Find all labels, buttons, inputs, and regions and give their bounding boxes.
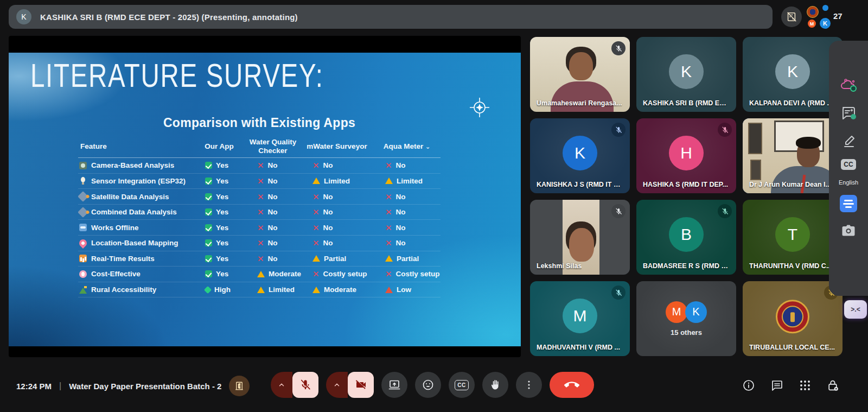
participant-name: Dr J Arun Kumar Dean I...: [749, 181, 831, 188]
org-seal-avatar: [807, 6, 819, 18]
avatar: M: [563, 299, 597, 333]
language-label[interactable]: English: [839, 179, 858, 186]
value-cell: High: [193, 286, 245, 294]
avatar: T: [775, 217, 810, 252]
feature-label: Combined Data Analysis: [91, 208, 177, 216]
col-aqua: Aqua Meter ⌄: [373, 142, 441, 151]
control-bar: 12:24 PM | Water Day Paper Presentation …: [0, 357, 868, 412]
org-seal-logo: [776, 300, 809, 333]
table-row: Combined Data AnalysisYes✕No✕No✕No: [78, 205, 441, 220]
camera-options-button[interactable]: [326, 372, 348, 398]
participant-tile[interactable]: KKALPANA DEVI A (RMD ...: [743, 37, 843, 112]
highlighter-icon[interactable]: [839, 131, 858, 150]
mic-control: [271, 372, 318, 398]
mic-options-button[interactable]: [271, 372, 292, 398]
table-row: Cost-EffectiveYesModerate✕Costly setup✕C…: [78, 267, 441, 282]
participant-tile[interactable]: Umamaheswari Rengasa...: [530, 37, 630, 112]
table-row: Location-Based MappingYes✕No✕No✕No: [78, 236, 441, 251]
avatar: K: [669, 54, 704, 89]
table-body: Camera-Based AnalysisYes✕No✕No✕NoSensor …: [78, 158, 441, 297]
value-label: Yes: [216, 239, 228, 247]
participant-tile[interactable]: BBADMASREE R S (RMD IT...: [636, 200, 736, 275]
mic-mute-button[interactable]: [292, 372, 318, 398]
money-icon: [79, 270, 87, 278]
drag-handle-icon[interactable]: [839, 48, 858, 67]
end-call-button[interactable]: [550, 372, 594, 398]
mic-off-icon: [299, 378, 312, 391]
participant-name: TIRUBALLUR LOCAL CE...: [749, 344, 835, 351]
captions-badge[interactable]: CC: [841, 159, 856, 170]
host-controls-button[interactable]: [826, 378, 840, 392]
mountain-icon: [79, 286, 87, 294]
participant-count[interactable]: 27: [833, 11, 843, 21]
value-label: No: [268, 161, 278, 169]
participant-tile[interactable]: MK15 others: [636, 281, 736, 356]
participant-tile[interactable]: HHASHIKA S (RMD IT DEP...: [636, 118, 736, 193]
muted-badge: [718, 123, 732, 137]
table-row: Works OfflineYes✕No✕No✕No: [78, 220, 441, 236]
participant-tile[interactable]: TTHARUNITHA V (RMD C...: [743, 200, 843, 275]
meeting-room-button[interactable]: [229, 376, 250, 396]
no-status-icon: ✕: [257, 178, 264, 185]
participant-name: THARUNITHA V (RMD C...: [749, 262, 832, 270]
value-cell: Partial: [301, 255, 373, 263]
muted-badge: [611, 286, 626, 300]
participant-avatars[interactable]: M K: [807, 5, 831, 29]
value-cell: ✕No: [373, 208, 441, 216]
warn-status-icon: [257, 287, 265, 293]
participant-tile[interactable]: Lekshmi Silas: [530, 200, 630, 275]
warn-status-icon: [312, 255, 320, 262]
value-cell: Limited: [245, 286, 301, 294]
screenshot-camera-icon[interactable]: [839, 221, 858, 240]
value-label: No: [268, 239, 278, 247]
sat-icon: [78, 191, 88, 202]
participant-tile[interactable]: Dr J Arun Kumar Dean I...: [743, 118, 843, 193]
value-label: Partial: [324, 255, 346, 263]
participant-tile[interactable]: KKANISHKA J S (RMD IT D...: [530, 118, 630, 193]
camera-icon: [79, 162, 87, 169]
door-icon: [234, 381, 244, 391]
presentation-stage[interactable]: LITERATURE SURVEY: Comparison with Exist…: [9, 36, 521, 357]
yes-status-icon: [205, 178, 212, 185]
participant-tile[interactable]: KKASHIKA SRI B (RMD EC...: [636, 37, 736, 112]
others-avatars: MK: [666, 301, 707, 323]
participant-grid: Umamaheswari Rengasa...KKASHIKA SRI B (R…: [530, 37, 843, 356]
table-row: Rural AccessibilityHighLimitedModerateLo…: [78, 282, 441, 298]
activities-button[interactable]: [798, 378, 812, 392]
captions-button[interactable]: CC: [449, 372, 475, 398]
value-cell: ✕No: [373, 224, 441, 232]
feature-label: Cost-Effective: [91, 270, 141, 278]
value-label: Yes: [216, 177, 228, 185]
chat-button[interactable]: [770, 378, 783, 392]
no-status-icon: ✕: [312, 270, 320, 277]
ai-cloud-icon[interactable]: [839, 76, 858, 94]
feature-cell: Camera-Based Analysis: [78, 161, 193, 169]
feature-cell: Works Offline: [78, 224, 193, 232]
participant-tile[interactable]: TIRUBALLUR LOCAL CE...: [743, 281, 843, 356]
value-cell: Yes: [193, 255, 245, 263]
meeting-details-button[interactable]: [742, 378, 755, 392]
present-screen-button[interactable]: [381, 372, 407, 398]
extension-kaomoji-widget[interactable]: >.<: [844, 300, 867, 319]
annotation-crosshair-icon: [469, 97, 490, 118]
feature-cell: Rural Accessibility: [78, 286, 193, 294]
participant-tile[interactable]: MMADHUVANTHI V (RMD ...: [530, 281, 630, 356]
layout-off-button[interactable]: [781, 7, 802, 27]
value-cell: ✕No: [245, 208, 301, 216]
value-cell: Yes: [193, 239, 245, 247]
participant-name: BADMASREE R S (RMD IT...: [643, 262, 730, 270]
mic-off-icon: [615, 126, 623, 134]
raise-hand-button[interactable]: [482, 372, 508, 398]
transcript-icon[interactable]: [840, 195, 857, 212]
warn-status-icon: [385, 178, 393, 184]
presenter-banner[interactable]: K KASHIKA SRI B (RMD ECE DEPT - 2025) (P…: [9, 5, 773, 29]
value-cell: ✕No: [373, 239, 441, 247]
ai-chat-icon[interactable]: [839, 104, 858, 122]
value-label: No: [323, 239, 333, 247]
value-cell: Yes: [193, 161, 245, 169]
camera-off-button[interactable]: [348, 372, 374, 398]
col-feature: Feature: [78, 142, 193, 150]
value-cell: Low: [373, 286, 441, 294]
reactions-button[interactable]: [415, 372, 441, 398]
more-options-button[interactable]: [516, 372, 542, 398]
